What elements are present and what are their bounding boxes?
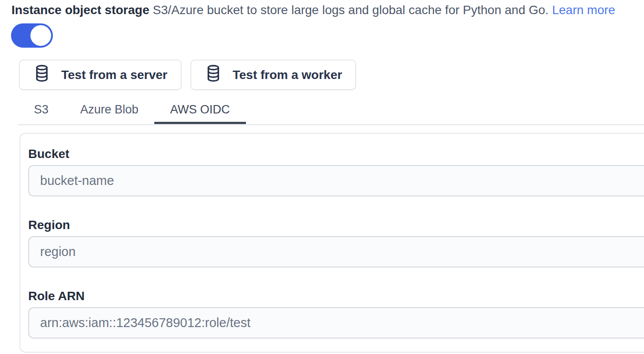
object-storage-toggle[interactable] [11, 23, 53, 48]
database-icon [206, 64, 221, 86]
region-field: Region [28, 218, 644, 267]
page-description: S3/Azure bucket to store large logs and … [153, 3, 549, 17]
object-storage-settings-page: Instance object storage S3/Azure bucket … [0, 2, 644, 353]
section-header: Instance object storage S3/Azure bucket … [11, 2, 644, 18]
test-from-worker-label: Test from a worker [233, 68, 342, 82]
learn-more-link[interactable]: Learn more [552, 3, 615, 17]
tab-s3[interactable]: S3 [18, 97, 64, 124]
database-icon [34, 64, 49, 86]
test-buttons-row: Test from a server Test from a worker [19, 60, 644, 90]
page-title: Instance object storage [11, 3, 149, 17]
test-from-server-button[interactable]: Test from a server [19, 60, 182, 90]
bucket-label: Bucket [28, 147, 644, 162]
bucket-input[interactable] [28, 165, 644, 196]
role-arn-input[interactable] [28, 307, 644, 339]
region-label: Region [28, 218, 644, 233]
test-from-worker-button[interactable]: Test from a worker [190, 60, 356, 90]
test-from-server-label: Test from a server [61, 68, 168, 82]
tab-aws-oidc[interactable]: AWS OIDC [154, 97, 246, 124]
region-input[interactable] [28, 236, 644, 267]
storage-provider-tabs: S3 Azure Blob AWS OIDC [18, 97, 644, 125]
aws-oidc-form-panel: Bucket Region Role ARN [19, 133, 644, 353]
tab-azure-blob[interactable]: Azure Blob [64, 97, 154, 124]
role-arn-field: Role ARN [28, 289, 644, 339]
toggle-knob [30, 25, 51, 46]
role-arn-label: Role ARN [28, 289, 644, 304]
bucket-field: Bucket [28, 147, 644, 196]
